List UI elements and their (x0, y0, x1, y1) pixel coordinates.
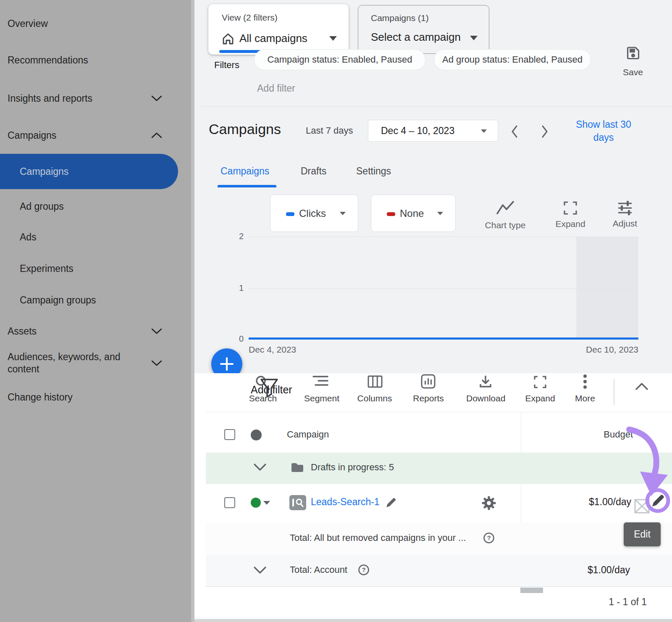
expand-icon (563, 200, 578, 216)
chart-type-label: Chart type (482, 220, 528, 230)
previous-period-button[interactable] (510, 124, 519, 139)
section-divider (202, 106, 672, 107)
download-button[interactable]: Download (466, 374, 505, 391)
sidebar-item-experiments[interactable]: Experiments (20, 262, 74, 275)
select-all-checkbox[interactable] (224, 429, 235, 440)
horizontal-scrollbar-thumb[interactable] (520, 588, 543, 593)
expand-icon (533, 375, 547, 389)
columns-icon (368, 375, 383, 388)
filter-funnel-icon (260, 378, 279, 401)
columns-label: Columns (357, 393, 392, 403)
chart-adjust-button[interactable]: Adjust (610, 200, 640, 229)
sidebar-item-campaign-groups[interactable]: Campaign groups (20, 294, 96, 306)
sidebar-item-ads[interactable]: Ads (20, 231, 37, 243)
download-label: Download (466, 393, 505, 403)
sidebar-item-assets[interactable]: Assets (8, 325, 37, 337)
save-button[interactable]: Save (617, 45, 648, 77)
adjust-label: Adjust (610, 219, 640, 229)
tab-settings[interactable]: Settings (356, 166, 391, 177)
segment-icon (312, 375, 328, 387)
expand-label: Expand (555, 219, 585, 229)
table-border (206, 412, 672, 412)
expand-label: Expand (525, 393, 555, 403)
more-vertical-dots-icon (583, 374, 587, 390)
google-ads-campaigns-page: Overview Recommendations Insights and re… (0, 0, 672, 622)
status-caret-icon[interactable] (263, 501, 270, 505)
help-icon[interactable]: ? (358, 564, 370, 576)
download-icon (478, 374, 493, 389)
clicks-series-line (249, 337, 638, 340)
sidebar-item-overview[interactable]: Overview (8, 17, 48, 30)
date-range-picker[interactable]: Dec 4 – 10, 2023 (368, 120, 498, 142)
sidebar-item-campaigns[interactable]: Campaigns (8, 129, 56, 142)
plus-icon (219, 356, 235, 372)
sidebar-item-campaigns-selected[interactable]: Campaigns (0, 154, 178, 189)
columns-button[interactable]: Columns (357, 375, 392, 390)
filter-chip-ad-group-status[interactable]: Ad group status: Enabled, Paused (434, 49, 591, 70)
save-label: Save (617, 67, 648, 77)
sidebar-item-audiences-keywords-content[interactable]: Audiences, keywords, and content (8, 351, 134, 375)
filter-chip-campaign-status[interactable]: Campaign status: Enabled, Paused (254, 49, 425, 70)
y-axis-tick-0: 0 (232, 334, 244, 344)
next-period-button[interactable] (540, 124, 549, 139)
dropdown-caret-icon (329, 36, 337, 41)
edit-name-pencil-icon[interactable] (385, 496, 397, 509)
more-button[interactable]: More (572, 374, 598, 392)
table-border (206, 483, 672, 484)
table-expand-button[interactable]: Expand (525, 375, 555, 391)
tab-campaigns[interactable]: Campaigns (220, 166, 269, 177)
edit-tooltip-label: Edit (634, 529, 651, 540)
home-icon (221, 32, 235, 45)
help-icon[interactable]: ? (483, 532, 495, 544)
sidebar-selected-label: Campaigns (20, 166, 68, 177)
sidebar-item-insights-and-reports[interactable]: Insights and reports (8, 92, 92, 105)
chevron-down-icon[interactable] (253, 463, 267, 472)
sidebar-item-recommendations[interactable]: Recommendations (8, 54, 88, 66)
reports-button[interactable]: Reports (412, 374, 444, 391)
sidebar-item-ad-groups[interactable]: Ad groups (20, 200, 64, 213)
add-filter-button[interactable]: Add filter (257, 83, 295, 94)
edit-tooltip: Edit (624, 522, 661, 546)
sidebar-item-change-history[interactable]: Change history (8, 391, 73, 403)
secondary-metric-dropdown[interactable]: None (371, 195, 456, 232)
view-selector[interactable]: View (2 filters) All campaigns (208, 4, 349, 55)
reports-icon (421, 374, 436, 389)
chart-type-button[interactable]: Chart type (482, 200, 528, 230)
x-axis-start-label: Dec 4, 2023 (249, 345, 296, 355)
x-axis-end-label: Dec 10, 2023 (580, 345, 638, 355)
chart-expand-button[interactable]: Expand (555, 200, 585, 229)
segment-button[interactable]: Segment (304, 375, 337, 389)
campaign-name-link[interactable]: Leads-Search-1 (311, 496, 380, 508)
edit-budget-pencil-icon[interactable] (650, 493, 666, 509)
y-axis-tick-1: 1 (232, 283, 244, 293)
row-checkbox[interactable] (224, 497, 235, 508)
folder-icon (290, 461, 304, 473)
active-tab-indicator (218, 185, 276, 187)
chevron-down-icon (151, 360, 162, 366)
drafts-group-row[interactable] (206, 453, 672, 483)
column-header-campaign[interactable]: Campaign (287, 429, 329, 440)
gridline (249, 288, 638, 289)
chevron-down-icon[interactable] (253, 566, 267, 575)
date-range-shortcut: Last 7 days (306, 125, 353, 136)
metric-color-swatch (286, 212, 294, 216)
campaign-selector[interactable]: Campaigns (1) Select a campaign (358, 5, 489, 54)
performance-chart[interactable] (249, 237, 638, 339)
primary-metric-dropdown[interactable]: Clicks (270, 195, 358, 232)
column-header-budget[interactable]: Budget (591, 429, 633, 440)
svg-text:?: ? (487, 534, 491, 541)
campaign-status-enabled-dot[interactable] (251, 498, 261, 508)
collapse-chevron-up-icon[interactable] (635, 382, 648, 391)
campaign-budget-value: $1.00/day (572, 496, 631, 508)
segment-label: Segment (304, 393, 337, 403)
total-account-label: Total: Account (290, 564, 347, 575)
dropdown-caret-icon (437, 212, 443, 215)
status-filter-dot[interactable] (251, 430, 262, 440)
tab-drafts[interactable]: Drafts (301, 166, 326, 177)
campaign-settings-gear-icon[interactable] (481, 495, 496, 511)
show-last-30-days-link[interactable]: Show last 30 days (568, 118, 639, 144)
metric-color-swatch (387, 212, 395, 216)
filters-label: Filters (214, 60, 239, 71)
y-axis-tick-2: 2 (232, 232, 244, 241)
page-title: Campaigns (209, 121, 281, 137)
